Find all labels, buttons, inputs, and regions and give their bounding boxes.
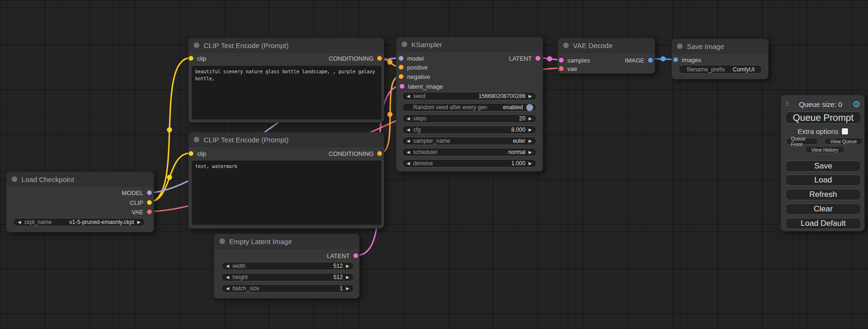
- left-arrow-icon[interactable]: ◀: [226, 264, 229, 268]
- image-slot-dot[interactable]: [648, 58, 653, 63]
- left-arrow-icon[interactable]: ◀: [407, 139, 410, 143]
- conditioning-slot-dot[interactable]: [377, 56, 382, 61]
- steps-widget[interactable]: ◀ steps 20 ▶: [402, 114, 536, 123]
- right-arrow-icon[interactable]: ▶: [346, 264, 349, 268]
- collapse-dot-icon[interactable]: [194, 137, 199, 142]
- refresh-button[interactable]: Refresh: [785, 189, 861, 200]
- node-save-image[interactable]: Save Image images filename_prefix ComfyU…: [671, 39, 769, 79]
- right-arrow-icon[interactable]: ▶: [529, 139, 532, 143]
- cfg-widget[interactable]: ◀ cfg 8.000 ▶: [402, 126, 536, 134]
- batch-size-widget[interactable]: ◀ batch_size 1 ▶: [221, 284, 354, 293]
- collapse-dot-icon[interactable]: [563, 42, 569, 48]
- left-arrow-icon[interactable]: ◀: [18, 220, 21, 224]
- image-slot-dot[interactable]: [673, 57, 678, 62]
- right-arrow-icon[interactable]: ▶: [346, 287, 349, 291]
- extra-options-checkbox[interactable]: [842, 128, 848, 134]
- right-arrow-icon[interactable]: ▶: [346, 275, 349, 280]
- collapse-dot-icon[interactable]: [194, 42, 199, 48]
- width-widget[interactable]: ◀ width 512 ▶: [221, 262, 354, 270]
- node-header[interactable]: CLIP Text Encode (Prompt): [189, 133, 384, 147]
- scheduler-widget[interactable]: ◀ scheduler normal ▶: [402, 148, 536, 156]
- node-empty-latent-image[interactable]: Empty Latent Image LATENT ◀ width 512 ▶ …: [214, 234, 360, 299]
- collapse-dot-icon[interactable]: [677, 43, 683, 49]
- output-slot-latent[interactable]: LATENT: [327, 252, 358, 259]
- random-seed-widget[interactable]: Random seed after every gen enabled: [402, 103, 536, 112]
- comfyui-canvas[interactable]: { "colors": { "model": "#b39ddb", "clip"…: [0, 0, 868, 329]
- height-widget[interactable]: ◀ height 512 ▶: [221, 273, 354, 281]
- model-slot-dot[interactable]: [399, 56, 403, 61]
- output-slot-image[interactable]: IMAGE: [625, 57, 653, 63]
- output-slot-conditioning[interactable]: CONDITIONING: [329, 55, 382, 62]
- right-arrow-icon[interactable]: ▶: [529, 117, 532, 121]
- right-arrow-icon[interactable]: ▶: [529, 94, 532, 98]
- latent-slot-dot[interactable]: [353, 253, 358, 258]
- left-arrow-icon[interactable]: ◀: [226, 275, 229, 280]
- node-header[interactable]: Empty Latent Image: [214, 234, 359, 249]
- latent-slot-dot[interactable]: [400, 84, 404, 89]
- input-slot-clip[interactable]: clip: [189, 55, 206, 62]
- node-header[interactable]: KSampler: [396, 37, 543, 52]
- node-header[interactable]: Save Image: [672, 39, 768, 54]
- node-ksampler[interactable]: KSampler model positive negative latent_…: [396, 37, 543, 172]
- right-arrow-icon[interactable]: ▶: [137, 220, 141, 224]
- input-slot-negative[interactable]: negative: [399, 73, 430, 80]
- queue-prompt-button[interactable]: Queue Prompt: [785, 112, 861, 124]
- node-load-checkpoint[interactable]: Load Checkpoint MODEL CLIP VAE ◀ ckpt_na…: [6, 172, 154, 232]
- left-arrow-icon[interactable]: ◀: [407, 117, 410, 121]
- clip-slot-dot[interactable]: [189, 151, 193, 156]
- view-history-button[interactable]: View History: [805, 146, 845, 153]
- collapse-dot-icon[interactable]: [402, 42, 407, 47]
- output-slot-latent[interactable]: LATENT: [509, 55, 540, 62]
- view-queue-button[interactable]: View Queue: [824, 138, 863, 145]
- vae-slot-dot[interactable]: [559, 66, 564, 71]
- input-slot-model[interactable]: model: [399, 55, 423, 62]
- gear-icon[interactable]: ⚙: [853, 100, 861, 109]
- output-slot-clip[interactable]: CLIP: [130, 199, 152, 206]
- input-slot-samples[interactable]: samples: [559, 57, 590, 63]
- drag-handle-icon[interactable]: ⠿: [785, 101, 789, 108]
- clear-button[interactable]: Clear: [785, 203, 861, 215]
- latent-slot-dot[interactable]: [559, 58, 564, 63]
- negative-prompt-textarea[interactable]: text, watermark: [192, 161, 381, 225]
- vae-slot-dot[interactable]: [147, 210, 152, 214]
- collapse-dot-icon[interactable]: [219, 238, 225, 244]
- load-button[interactable]: Load: [785, 175, 861, 186]
- latent-slot-dot[interactable]: [536, 56, 540, 61]
- load-default-button[interactable]: Load Default: [785, 218, 861, 229]
- right-arrow-icon[interactable]: ▶: [529, 150, 532, 154]
- conditioning-slot-dot[interactable]: [377, 151, 382, 156]
- sampler-name-widget[interactable]: ◀ sampler_name euler ▶: [402, 137, 536, 145]
- clip-slot-dot[interactable]: [147, 200, 152, 205]
- node-header[interactable]: CLIP Text Encode (Prompt): [189, 38, 384, 53]
- left-arrow-icon[interactable]: ◀: [226, 287, 229, 291]
- input-slot-positive[interactable]: positive: [399, 64, 428, 70]
- left-arrow-icon[interactable]: ◀: [407, 94, 410, 98]
- input-slot-latent-image[interactable]: latent_image: [400, 83, 443, 90]
- node-header[interactable]: VAE Decode: [558, 38, 655, 53]
- right-arrow-icon[interactable]: ▶: [529, 161, 532, 166]
- input-slot-clip[interactable]: clip: [189, 150, 206, 157]
- denoise-widget[interactable]: ◀ denoise 1.000 ▶: [402, 159, 536, 168]
- input-slot-images[interactable]: images: [673, 56, 701, 63]
- node-clip-text-encode-positive[interactable]: CLIP Text Encode (Prompt) clip CONDITION…: [188, 38, 384, 123]
- clip-slot-dot[interactable]: [189, 56, 193, 61]
- node-header[interactable]: Load Checkpoint: [7, 172, 154, 187]
- right-arrow-icon[interactable]: ▶: [529, 128, 532, 132]
- node-vae-decode[interactable]: VAE Decode samples vae IMAGE: [557, 38, 655, 74]
- output-slot-model[interactable]: MODEL: [122, 189, 152, 196]
- queue-front-button[interactable]: Queue Front: [786, 138, 818, 145]
- conditioning-slot-dot[interactable]: [399, 74, 403, 79]
- filename-prefix-widget[interactable]: filename_prefix ComfyUI: [678, 65, 762, 74]
- ckpt-name-widget[interactable]: ◀ ckpt_name v1-5-pruned-emaonly.ckpt ▶: [13, 218, 145, 226]
- collapse-dot-icon[interactable]: [12, 176, 17, 182]
- output-slot-conditioning[interactable]: CONDITIONING: [329, 150, 382, 157]
- left-arrow-icon[interactable]: ◀: [407, 128, 410, 132]
- node-clip-text-encode-negative[interactable]: CLIP Text Encode (Prompt) clip CONDITION…: [188, 132, 384, 229]
- conditioning-slot-dot[interactable]: [399, 65, 403, 70]
- positive-prompt-textarea[interactable]: beautiful scenery nature glass bottle la…: [192, 66, 381, 119]
- input-slot-vae[interactable]: vae: [559, 65, 577, 72]
- seed-widget[interactable]: ◀ seed 156680208700286 ▶: [402, 92, 536, 100]
- left-arrow-icon[interactable]: ◀: [407, 161, 410, 166]
- enabled-toggle[interactable]: [526, 104, 533, 111]
- save-button[interactable]: Save: [785, 161, 861, 172]
